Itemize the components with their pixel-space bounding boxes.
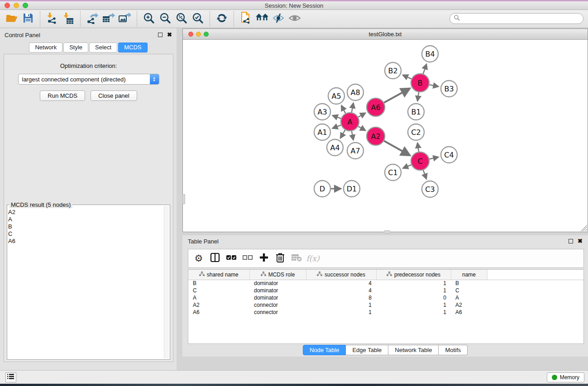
edge-A2-C[interactable] xyxy=(384,141,410,155)
run-mcds-button[interactable]: Run MCDS xyxy=(40,91,85,101)
cell-predecessor-nodes[interactable]: 0 xyxy=(376,294,451,301)
search-field[interactable] xyxy=(449,13,583,24)
home-button[interactable] xyxy=(254,12,270,26)
function-builder-button[interactable]: f(x) xyxy=(306,252,320,265)
cell-MCDS-role[interactable]: dominator xyxy=(249,280,306,287)
edge-C-C1[interactable] xyxy=(403,165,411,168)
cell-name[interactable]: A2 xyxy=(451,301,487,309)
table-float-panel-icon[interactable] xyxy=(569,239,573,243)
tab-network-table[interactable]: Network Table xyxy=(388,345,439,355)
tab-edge-table[interactable]: Edge Table xyxy=(346,345,388,355)
cell-successor-nodes[interactable]: 1 xyxy=(306,309,376,316)
mcds-result-item[interactable]: C xyxy=(8,230,163,238)
cell-name[interactable]: B xyxy=(451,280,487,287)
tab-style[interactable]: Style xyxy=(63,43,88,52)
search-input[interactable] xyxy=(463,15,583,22)
close-panel-icon[interactable]: ✖ xyxy=(167,33,172,37)
tab-network[interactable]: Network xyxy=(29,43,62,52)
zoom-fit-button[interactable] xyxy=(173,12,190,26)
table-row[interactable]: Cdominator41C xyxy=(188,287,583,294)
edge-C-C2[interactable] xyxy=(417,143,419,152)
table-row[interactable]: Adominator80A xyxy=(188,294,583,301)
edge-A6-B[interactable] xyxy=(384,89,410,103)
refresh-button[interactable] xyxy=(214,12,230,26)
column-header-shared-name[interactable]: shared name xyxy=(188,270,249,280)
mcds-list-scrollbar[interactable] xyxy=(164,206,169,358)
export-table-button[interactable] xyxy=(100,12,117,26)
edge-C-C4[interactable] xyxy=(430,157,439,159)
cell-MCDS-role[interactable]: connector xyxy=(249,309,306,316)
memory-button[interactable]: Memory xyxy=(547,372,584,382)
network-canvas[interactable]: AA1A2A3A4A5A6A7A8BB1B2B3B4CC1C2C3C4DD1 xyxy=(183,40,588,232)
edge-A-A2[interactable] xyxy=(358,126,365,130)
cell-name[interactable]: A6 xyxy=(451,309,487,316)
splitter-handle-left[interactable] xyxy=(182,194,185,204)
float-panel-icon[interactable] xyxy=(158,33,163,37)
task-history-button[interactable] xyxy=(5,372,16,382)
table-row[interactable]: A2connector11A2 xyxy=(188,301,583,309)
zoom-selected-button[interactable] xyxy=(190,12,206,26)
mcds-result-item[interactable]: A2 xyxy=(8,209,163,216)
mcds-result-item[interactable]: A xyxy=(8,216,163,223)
cell-name[interactable]: A xyxy=(451,294,487,301)
import-network-button[interactable] xyxy=(44,12,60,26)
destroy-table-button[interactable] xyxy=(290,252,303,265)
cell-successor-nodes[interactable]: 1 xyxy=(306,301,376,309)
deselect-all-button[interactable] xyxy=(241,252,254,265)
edge-A-A6[interactable] xyxy=(358,113,365,117)
zoom-in-button[interactable] xyxy=(141,12,157,26)
save-session-button[interactable] xyxy=(20,12,36,26)
export-network-button[interactable] xyxy=(84,12,100,26)
select-all-button[interactable] xyxy=(225,252,238,265)
tab-mcds[interactable]: MCDS xyxy=(118,43,147,52)
open-file-button[interactable] xyxy=(4,12,20,26)
cell-predecessor-nodes[interactable]: 1 xyxy=(376,280,451,287)
tab-select[interactable]: Select xyxy=(89,43,117,52)
tab-node-table[interactable]: Node Table xyxy=(303,345,346,355)
edge-B-B4[interactable] xyxy=(423,64,426,74)
node-table[interactable]: shared nameMCDS rolesuccessor nodesprede… xyxy=(188,270,583,316)
cell-predecessor-nodes[interactable]: 1 xyxy=(376,287,451,294)
edge-A-A7[interactable] xyxy=(352,131,354,140)
edge-C-C3[interactable] xyxy=(423,170,426,179)
cell-MCDS-role[interactable]: dominator xyxy=(249,287,306,294)
network-window-titlebar[interactable]: testGlobe.txt xyxy=(183,29,588,40)
delete-column-button[interactable] xyxy=(273,252,287,265)
edge-A-A3[interactable] xyxy=(333,115,341,119)
window-resize-grip[interactable] xyxy=(581,225,587,231)
mcds-result-item[interactable]: A6 xyxy=(8,238,163,245)
cell-shared-name[interactable]: A xyxy=(188,294,249,301)
zoom-out-button[interactable] xyxy=(157,12,173,26)
cell-shared-name[interactable]: B xyxy=(188,280,249,287)
cell-predecessor-nodes[interactable]: 1 xyxy=(376,309,451,316)
edge-B-B1[interactable] xyxy=(417,92,419,101)
show-graphics-button[interactable] xyxy=(287,12,303,26)
cell-shared-name[interactable]: A6 xyxy=(188,309,249,316)
splitter-handle-bottom[interactable] xyxy=(384,230,390,234)
table-close-panel-icon[interactable]: ✖ xyxy=(578,239,583,243)
column-header-successor-nodes[interactable]: successor nodes xyxy=(306,270,376,280)
close-panel-button[interactable]: Close panel xyxy=(91,91,137,101)
cell-name[interactable]: C xyxy=(451,287,487,294)
tab-motifs[interactable]: Motifs xyxy=(439,345,468,355)
column-header-predecessor-nodes[interactable]: predecessor nodes xyxy=(376,270,451,280)
cell-predecessor-nodes[interactable]: 1 xyxy=(376,301,451,309)
mcds-result-list[interactable]: A2ABCA6 xyxy=(8,209,163,358)
cell-successor-nodes[interactable]: 4 xyxy=(306,287,376,294)
column-header-MCDS-role[interactable]: MCDS role xyxy=(249,270,306,280)
edge-A-A8[interactable] xyxy=(352,103,354,113)
export-image-button[interactable] xyxy=(117,12,133,26)
table-row[interactable]: Bdominator41B xyxy=(188,280,583,287)
cell-shared-name[interactable]: A2 xyxy=(188,301,249,309)
column-header-name[interactable]: name xyxy=(451,270,487,280)
mcds-result-item[interactable]: B xyxy=(8,223,163,230)
criterion-select[interactable]: largest connected component (directed) ▲… xyxy=(18,74,159,85)
create-column-button[interactable] xyxy=(257,252,271,265)
cell-successor-nodes[interactable]: 8 xyxy=(306,294,376,301)
cell-shared-name[interactable]: C xyxy=(188,287,249,294)
table-row[interactable]: A6connector11A6 xyxy=(188,309,583,316)
import-table-button[interactable] xyxy=(60,12,76,26)
cell-successor-nodes[interactable]: 4 xyxy=(306,280,376,287)
edge-A-A1[interactable] xyxy=(332,125,341,128)
edge-A-A4[interactable] xyxy=(340,130,345,138)
